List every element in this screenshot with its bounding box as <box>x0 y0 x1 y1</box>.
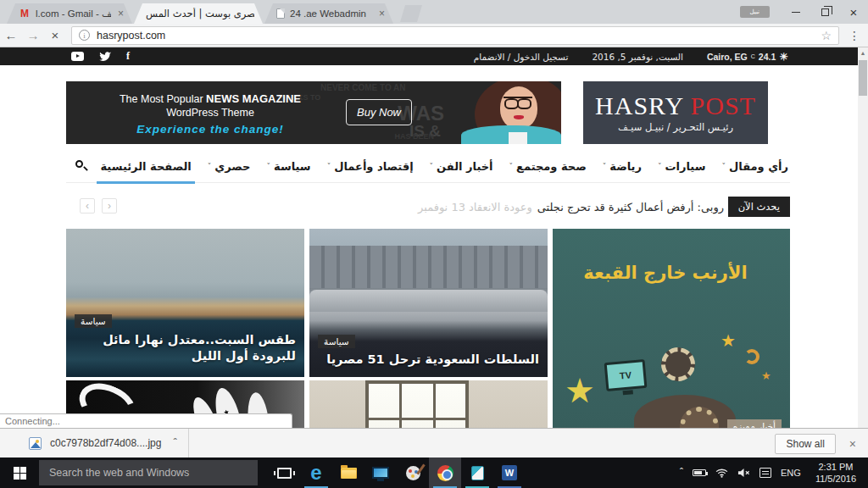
logo-subtitle: رئيـس التحـرير / نبيـل سيـف <box>618 121 733 133</box>
nav-label: رأي ومقال <box>729 160 788 173</box>
nav-item-health-society[interactable]: صحة ومجتمع˅ <box>509 149 587 183</box>
word-icon: W <box>502 465 517 480</box>
nav-item-politics[interactable]: سياسة˅ <box>267 149 311 183</box>
task-view-icon <box>277 468 292 479</box>
wifi-icon[interactable] <box>715 469 728 478</box>
buy-now-button[interactable]: Buy Now <box>346 99 412 125</box>
article-card-hall[interactable] <box>309 380 548 428</box>
category-badge[interactable]: أخبار مميزه <box>727 419 782 428</box>
clock-date: 11/5/2016 <box>815 473 856 485</box>
scroll-up-icon[interactable]: ▲ <box>858 47 868 58</box>
close-button[interactable]: × <box>839 1 868 23</box>
hall-window <box>365 380 469 428</box>
nav-item-cars[interactable]: سيارات˅ <box>658 149 705 183</box>
article-card-airport[interactable]: سياسة السلطات السعودية ترحل 51 مصريا <box>309 229 548 377</box>
scrollbar-thumb[interactable] <box>859 60 867 96</box>
edge-button[interactable]: e <box>300 458 332 488</box>
address-bar[interactable]: i hasrypost.com ☆ <box>71 26 839 45</box>
banner-ad[interactable]: NEVER COME TO AN THANKS TO WAS IS & HAS … <box>66 81 561 144</box>
back-button[interactable]: ← <box>0 28 22 42</box>
logo-name-red: POST <box>691 92 756 119</box>
category-badge[interactable]: سياسة <box>75 314 112 328</box>
minimize-icon <box>792 12 800 13</box>
chrome-button[interactable] <box>429 458 461 488</box>
airport-buildings <box>309 246 548 288</box>
tab-webadmin[interactable]: 24 .ae Webadmin × <box>264 3 393 24</box>
word-button[interactable]: W <box>493 458 526 488</box>
tab-gmail[interactable]: M l.com - Gmail - نبيل سيف × <box>7 3 132 24</box>
nav-label: الصفحة الرئيسية <box>100 160 191 173</box>
category-badge[interactable]: سياسة <box>318 335 355 348</box>
next-arrow-icon[interactable]: › <box>102 198 117 214</box>
action-center-icon[interactable] <box>760 468 771 478</box>
start-button[interactable] <box>0 458 39 488</box>
article-title[interactable]: السلطات السعودية ترحل 51 مصريا <box>318 352 539 369</box>
close-icon: × <box>850 5 858 19</box>
tab-close-icon[interactable]: × <box>118 8 124 19</box>
notepad-button[interactable] <box>461 458 493 488</box>
search-icon[interactable] <box>75 159 88 173</box>
tab-close-icon[interactable]: × <box>379 8 385 19</box>
banner-line1-bold: NEWS MAGAZINE <box>206 92 301 105</box>
info-icon[interactable]: i <box>79 30 90 41</box>
download-bar: c0c7978b2df74d08....jpg ˆ Show all × <box>0 428 868 458</box>
show-all-button[interactable]: Show all <box>775 434 835 454</box>
stop-button[interactable]: × <box>44 28 66 42</box>
social-links: f <box>71 50 130 63</box>
ticker-headline[interactable]: روبى: أرفض أعمال كثيرة قد تحرج نجلتى <box>537 201 724 214</box>
new-tab-button[interactable] <box>400 5 422 22</box>
hidden-icons-chevron[interactable]: ˆ <box>680 467 683 479</box>
article-title[interactable]: طقس السبت..معتدل نهارا مائل للبرودة أول … <box>75 332 296 365</box>
task-view-button[interactable] <box>268 458 300 488</box>
banner-line1: The Most Popular <box>120 93 206 105</box>
download-chevron-icon[interactable]: ˆ <box>173 437 176 449</box>
logo-name-white: HASRY <box>595 92 683 119</box>
banner-text: The Most Popular NEWS MAGAZINE WordPress… <box>92 92 329 136</box>
download-item[interactable]: c0c7978b2df74d08....jpg ˆ <box>0 429 188 458</box>
language-indicator[interactable]: ENG <box>781 468 801 478</box>
site-logo[interactable]: HASRY POST رئيـس التحـرير / نبيـل سيـف <box>583 81 768 144</box>
battery-icon[interactable] <box>693 469 706 476</box>
star-doodle-icon: ★ <box>565 371 595 410</box>
restore-button[interactable] <box>810 1 839 23</box>
movies-tv-button[interactable] <box>364 458 397 488</box>
facebook-icon[interactable]: f <box>126 50 130 63</box>
nav-item-art-news[interactable]: أخبار الفن˅ <box>430 149 493 183</box>
site-topbar: f تسجيل الدخول / الانضمام السبت, نوفمبر … <box>0 47 858 65</box>
article-card-rabbit[interactable]: الأرنب خارج القبعة ★ ★ ★ TV أخبار مميزه … <box>553 229 790 428</box>
topbar-right: تسجيل الدخول / الانضمام السبت, نوفمبر 5,… <box>474 47 788 65</box>
bookmark-star-icon[interactable]: ☆ <box>821 29 832 42</box>
chevron-down-icon: ˅ <box>430 162 434 170</box>
article-card-weather[interactable]: سياسة طقس السبت..معتدل نهارا مائل للبرود… <box>66 229 304 377</box>
star-doodle-icon: ★ <box>721 330 736 351</box>
paint-button[interactable] <box>397 458 429 488</box>
volume-muted-icon[interactable] <box>737 468 750 478</box>
nav-item-sports[interactable]: رياضة˅ <box>603 149 642 183</box>
gmail-favicon: M <box>19 8 31 19</box>
file-explorer-button[interactable] <box>332 458 364 488</box>
prev-arrow-icon[interactable]: ‹ <box>80 198 95 214</box>
nav-item-exclusive[interactable]: حصري˅ <box>208 149 251 183</box>
minimize-button[interactable] <box>782 1 810 23</box>
weather-temp: 24.1 <box>759 52 776 62</box>
nav-label: رياضة <box>609 160 642 173</box>
download-bar-close-icon[interactable]: × <box>849 437 856 451</box>
page-scrollbar[interactable]: ▲ <box>858 47 868 428</box>
nav-item-economy[interactable]: إقتصاد وأعمال˅ <box>327 149 414 183</box>
twitter-icon[interactable] <box>99 52 111 62</box>
profile-badge[interactable]: نبيل <box>740 6 770 18</box>
tab-hasrypost[interactable]: حصرى بوست | أحدث المس <box>134 3 263 24</box>
nav-label: أخبار الفن <box>437 160 492 173</box>
nav-item-opinion[interactable]: رأي ومقال˅ <box>721 149 788 183</box>
banner-bg-word: HAS BEEN <box>394 132 434 141</box>
youtube-icon[interactable] <box>71 52 84 61</box>
login-link[interactable]: تسجيل الدخول / الانضمام <box>474 52 569 62</box>
url-text[interactable]: hasrypost.com <box>97 30 821 42</box>
taskbar-clock[interactable]: 2:31 PM 11/5/2016 <box>810 461 861 485</box>
browser-menu-icon[interactable]: ⋮ <box>844 29 865 42</box>
doodle-shape <box>744 349 760 364</box>
forward-button[interactable]: → <box>22 28 44 42</box>
nav-item-home[interactable]: الصفحة الرئيسية <box>100 149 191 183</box>
ticker-badge: يحدث الآن <box>728 197 790 217</box>
taskbar-search-input[interactable]: Search the web and Windows <box>39 460 258 485</box>
